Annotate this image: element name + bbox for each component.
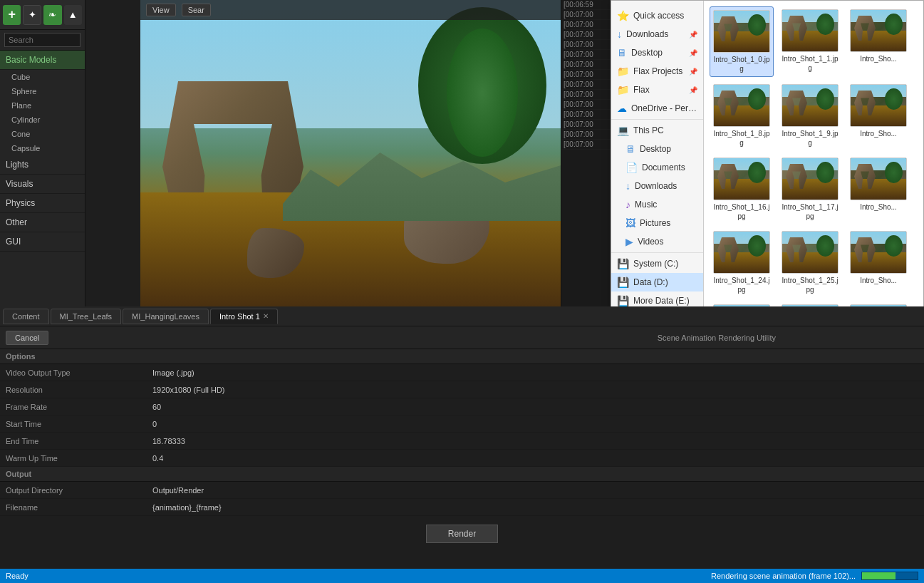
add-tool-icon[interactable]: + (3, 5, 21, 25)
tab-close-icon[interactable]: ✕ (263, 312, 269, 320)
log-line: [00:07:00 (561, 60, 611, 70)
tab-content[interactable]: Content (3, 309, 49, 324)
sidebar-subitem-cube[interactable]: Cube (0, 70, 85, 84)
filename-value: {animation}_{frame} (148, 502, 918, 513)
log-line: [00:07:00 (561, 90, 611, 100)
tab-intro-shot-1[interactable]: Intro Shot 1 ✕ (210, 309, 278, 324)
fb-nav-onedrive[interactable]: ☁OneDrive - Personal (611, 99, 703, 118)
fb-nav-flax[interactable]: 📁Flax📌 (611, 81, 703, 99)
sidebar-subitem-cone[interactable]: Cone (0, 127, 85, 141)
frame-rate-value: 60 (148, 401, 918, 413)
log-lines: [00:06:59[00:07:00[00:07:00[00:07:00[00:… (561, 0, 611, 150)
brush-tool-icon[interactable]: ✦ (23, 5, 41, 25)
mountain-tool-icon[interactable]: ▲ (64, 5, 82, 25)
log-line: [00:07:00 (561, 100, 611, 110)
fb-thumbnail-item[interactable]: Intro_Shot_1_16.jpg (710, 155, 774, 224)
viewport-header: View Sear (140, 0, 561, 20)
render-options: Options Video Output Type Image (.jpg) R… (0, 349, 924, 569)
start-time-row: Start Time 0 (0, 416, 924, 433)
fb-nav-label-onedrive: OneDrive - Personal (631, 103, 697, 113)
options-section-header: Options (0, 349, 924, 364)
log-line: [00:07:00 (561, 10, 611, 20)
fb-thumbnail-item[interactable]: Intro_Sho... (846, 228, 910, 297)
fb-thumbnail-item[interactable]: Intro_Shot_1_9.jpg (778, 81, 842, 150)
cancel-button[interactable]: Cancel (6, 331, 48, 345)
fb-nav-label-music: Music (635, 200, 657, 210)
fb-thumbnail-item[interactable]: Intro_Shot_1_1.jpg (778, 6, 842, 77)
viewport-search-button[interactable]: Sear (182, 4, 211, 16)
warm-up-time-value: 0.4 (148, 453, 918, 464)
render-panel: Cancel Scene Animation Rendering Utility… (0, 326, 924, 569)
log-line: [00:07:00 (561, 140, 611, 150)
fb-nav-videos[interactable]: ▶Videos (611, 232, 703, 251)
warm-up-time-row: Warm Up Time 0.4 (0, 450, 924, 467)
start-time-value: 0 (148, 418, 918, 430)
search-input[interactable] (4, 33, 81, 47)
fb-thumbnail-item[interactable]: Intro_Sho... (846, 155, 910, 224)
fb-thumbnail-image (782, 84, 839, 127)
fb-thumbnail-item[interactable]: Intro_Shot_1_8.jpg (710, 81, 774, 150)
pin-icon: 📌 (689, 68, 697, 76)
end-time-label: End Time (6, 437, 148, 445)
fb-nav-music[interactable]: ♪Music (611, 195, 703, 214)
filename-row: Filename {animation}_{frame} (0, 499, 924, 516)
tab-ml-hanging-leaves[interactable]: MI_HangingLeaves (123, 309, 209, 324)
quick-access-icon: ⭐ (617, 10, 629, 21)
fb-nav-quick-access[interactable]: ⭐Quick access (611, 6, 703, 25)
pin-icon: 📌 (689, 86, 697, 94)
fb-thumbnail-label: Intro_Sho... (860, 129, 897, 138)
log-line: [00:07:00 (561, 110, 611, 120)
fb-nav-label-desktop2: Desktop (640, 144, 671, 154)
fb-thumbnail-label: Intro_Shot_1_9.jpg (781, 129, 839, 148)
fb-nav-pictures[interactable]: 🖼Pictures (611, 214, 703, 232)
log-line: [00:07:00 (561, 40, 611, 50)
sidebar-item-visuals[interactable]: Visuals (0, 175, 85, 194)
search-box (0, 30, 85, 51)
progress-bar (862, 572, 896, 579)
fb-thumbnail-item[interactable]: Intro_Sho... (846, 6, 910, 77)
fb-nav-downloads[interactable]: ↓Downloads📌 (611, 25, 703, 43)
video-output-type-value: Image (.jpg) (148, 367, 918, 378)
viewport-view-button[interactable]: View (146, 4, 176, 16)
foliage-mid (447, 29, 518, 157)
fb-thumbnail-item[interactable]: Intro_Shot_1_0.jpg (710, 6, 774, 77)
sidebar-item-basic-models[interactable]: Basic Models (0, 51, 85, 70)
render-button[interactable]: Render (426, 525, 498, 543)
fb-nav-downloads2[interactable]: ↓Downloads (611, 177, 703, 195)
fb-thumbnail-item[interactable]: Intro_Shot_1_25.jpg (778, 228, 842, 297)
fb-thumbnail-image (713, 84, 770, 127)
fb-nav-desktop[interactable]: 🖥Desktop📌 (611, 43, 703, 62)
this-pc-icon: 💻 (617, 125, 629, 136)
fb-nav-this-pc[interactable]: 💻This PC (611, 121, 703, 140)
render-progress-text: Rendering scene animation (frame 102)... (711, 572, 856, 580)
fb-nav-label-this-pc: This PC (633, 125, 664, 135)
fb-nav-data-d[interactable]: 💾Data (D:) (611, 273, 703, 292)
fb-nav-documents[interactable]: 📄Documents (611, 158, 703, 177)
sidebar-subitem-cylinder[interactable]: Cylinder (0, 113, 85, 127)
fb-thumbnail-item[interactable]: Intro_Sho... (846, 81, 910, 150)
sidebar-subitem-sphere[interactable]: Sphere (0, 84, 85, 98)
fb-nav-flax-projects[interactable]: 📁Flax Projects📌 (611, 62, 703, 81)
fb-thumbnail-item[interactable]: Intro_Shot_1_24.jpg (710, 228, 774, 297)
progress-bar-container (861, 572, 918, 580)
fb-thumbnail-item[interactable]: Intro_Shot_1_17.jpg (778, 155, 842, 224)
sidebar-subitem-plane[interactable]: Plane (0, 98, 85, 113)
fb-nav-desktop2[interactable]: 🖥Desktop (611, 140, 703, 158)
resolution-row: Resolution 1920x1080 (Full HD) (0, 381, 924, 398)
log-line: [00:07:00 (561, 80, 611, 90)
end-time-value: 18.78333 (148, 435, 918, 447)
log-line: [00:07:00 (561, 120, 611, 130)
leaf-tool-icon[interactable]: ❧ (43, 5, 61, 25)
sidebar-subitem-capsule[interactable]: Capsule (0, 141, 85, 155)
fb-nav-system-c[interactable]: 💾System (C:) (611, 254, 703, 273)
tab-ml-tree-leafs[interactable]: MI_Tree_Leafs (51, 309, 122, 324)
flax-icon: 📁 (617, 84, 629, 96)
sidebar-item-lights[interactable]: Lights (0, 155, 85, 175)
sidebar-item-gui[interactable]: GUI (0, 232, 85, 252)
desktop2-icon: 🖥 (625, 143, 635, 155)
sidebar-item-other[interactable]: Other (0, 213, 85, 232)
fb-nav-label-documents: Documents (642, 162, 685, 172)
fb-thumbnail-label: Intro_Sho... (860, 202, 897, 212)
fb-thumbnail-image (850, 9, 907, 52)
sidebar-item-physics[interactable]: Physics (0, 194, 85, 213)
